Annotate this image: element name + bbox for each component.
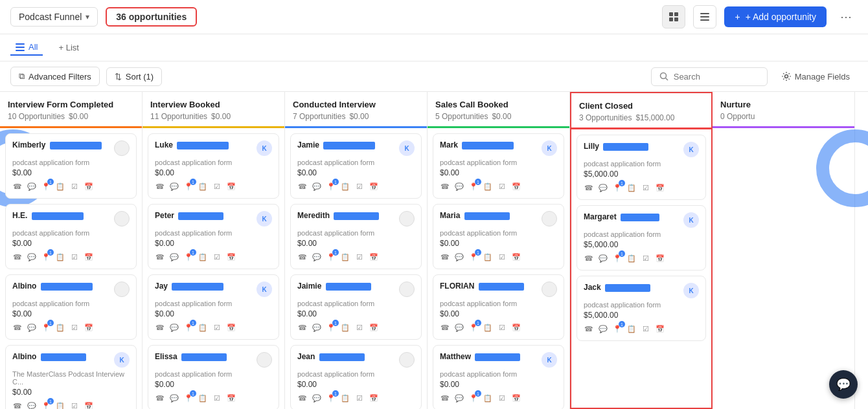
- card-action-icon-2[interactable]: 📍1: [326, 393, 336, 403]
- card-action-icon-1[interactable]: 💬: [598, 182, 608, 193]
- card-action-icon-1[interactable]: 💬: [312, 252, 322, 262]
- card-action-icon-1[interactable]: 💬: [169, 181, 179, 192]
- chat-button[interactable]: 💬: [829, 370, 858, 399]
- card-action-icon-4[interactable]: ☑: [354, 393, 365, 403]
- card-action-icon-3[interactable]: 📋: [483, 252, 493, 262]
- table-row[interactable]: FLORIAN podcast application form$0.00☎💬📍…: [433, 274, 564, 340]
- card-action-icon-5[interactable]: 📅: [511, 181, 521, 192]
- card-action-icon-4[interactable]: ☑: [212, 181, 222, 192]
- card-action-icon-0[interactable]: ☎: [440, 252, 450, 262]
- card-action-icon-4[interactable]: ☑: [354, 322, 365, 333]
- card-action-icon-1[interactable]: 💬: [169, 393, 179, 403]
- card-action-icon-4[interactable]: ☑: [497, 322, 507, 333]
- card-action-icon-4[interactable]: ☑: [641, 253, 651, 263]
- tab-add-list[interactable]: + List: [53, 40, 84, 55]
- card-action-icon-3[interactable]: 📋: [198, 393, 208, 403]
- card-action-icon-2[interactable]: 📍1: [41, 322, 51, 333]
- card-action-icon-4[interactable]: ☑: [69, 181, 80, 192]
- table-row[interactable]: Matthew Kpodcast application form$0.00☎💬…: [433, 345, 564, 409]
- card-action-icon-3[interactable]: 📋: [198, 181, 208, 192]
- list-view-button[interactable]: [693, 5, 716, 28]
- table-row[interactable]: Luke Kpodcast application form$0.00☎💬📍1📋…: [148, 133, 279, 199]
- card-action-icon-5[interactable]: 📅: [511, 322, 521, 333]
- card-action-icon-0[interactable]: ☎: [12, 401, 23, 409]
- card-action-icon-5[interactable]: 📅: [226, 322, 236, 333]
- card-action-icon-1[interactable]: 💬: [454, 252, 464, 262]
- card-action-icon-1[interactable]: 💬: [454, 322, 464, 333]
- card-action-icon-3[interactable]: 📋: [340, 181, 350, 192]
- card-action-icon-4[interactable]: ☑: [69, 401, 80, 409]
- card-action-icon-5[interactable]: 📅: [226, 393, 236, 403]
- table-row[interactable]: Albino KThe MasterClass Podcast Intervie…: [5, 345, 137, 409]
- card-action-icon-3[interactable]: 📋: [483, 322, 493, 333]
- search-box[interactable]: [651, 67, 768, 86]
- card-action-icon-0[interactable]: ☎: [12, 252, 23, 262]
- table-row[interactable]: Lilly Kpodcast application form$5,000.00…: [577, 135, 706, 200]
- advanced-filters-button[interactable]: ⧉ Advanced Filters: [10, 67, 100, 86]
- card-action-icon-5[interactable]: 📅: [226, 252, 236, 262]
- card-action-icon-2[interactable]: 📍1: [468, 252, 479, 262]
- table-row[interactable]: Elissa podcast application form$0.00☎💬📍1…: [148, 345, 279, 409]
- card-action-icon-5[interactable]: 📅: [369, 322, 379, 333]
- card-action-icon-3[interactable]: 📋: [55, 181, 65, 192]
- table-row[interactable]: Jaimie podcast application form$0.00☎💬📍1…: [290, 274, 422, 340]
- card-action-icon-0[interactable]: ☎: [584, 253, 594, 263]
- more-options-button[interactable]: ⋯: [834, 5, 858, 28]
- card-action-icon-1[interactable]: 💬: [27, 181, 37, 192]
- card-action-icon-2[interactable]: 📍1: [468, 322, 479, 333]
- card-action-icon-2[interactable]: 📍1: [326, 181, 336, 192]
- card-action-icon-3[interactable]: 📋: [483, 393, 493, 403]
- card-action-icon-5[interactable]: 📅: [84, 401, 94, 409]
- card-action-icon-0[interactable]: ☎: [440, 181, 450, 192]
- table-row[interactable]: H.E. podcast application form$0.00☎💬📍1📋☑…: [5, 204, 137, 269]
- table-row[interactable]: Margaret Kpodcast application form$5,000…: [577, 205, 706, 271]
- card-action-icon-2[interactable]: 📍1: [612, 182, 622, 193]
- card-action-icon-1[interactable]: 💬: [454, 181, 464, 192]
- card-action-icon-3[interactable]: 📋: [340, 393, 350, 403]
- card-action-icon-0[interactable]: ☎: [584, 182, 594, 193]
- funnel-selector[interactable]: Podcast Funnel ▾: [10, 7, 98, 27]
- card-action-icon-5[interactable]: 📅: [84, 181, 94, 192]
- card-action-icon-5[interactable]: 📅: [84, 322, 94, 333]
- card-action-icon-5[interactable]: 📅: [84, 252, 94, 262]
- card-action-icon-4[interactable]: ☑: [212, 322, 222, 333]
- card-action-icon-2[interactable]: 📍1: [183, 181, 194, 192]
- card-action-icon-2[interactable]: 📍1: [468, 393, 479, 403]
- card-action-icon-3[interactable]: 📋: [626, 182, 637, 193]
- card-action-icon-1[interactable]: 💬: [27, 401, 37, 409]
- table-row[interactable]: Meredith podcast application form$0.00☎💬…: [290, 204, 422, 269]
- card-action-icon-0[interactable]: ☎: [297, 252, 308, 262]
- card-action-icon-0[interactable]: ☎: [155, 181, 165, 192]
- card-action-icon-0[interactable]: ☎: [440, 322, 450, 333]
- card-action-icon-5[interactable]: 📅: [369, 252, 379, 262]
- card-action-icon-4[interactable]: ☑: [212, 393, 222, 403]
- card-action-icon-1[interactable]: 💬: [27, 252, 37, 262]
- card-action-icon-0[interactable]: ☎: [155, 322, 165, 333]
- card-action-icon-1[interactable]: 💬: [169, 252, 179, 262]
- table-row[interactable]: Jay Kpodcast application form$0.00☎💬📍1📋☑…: [148, 274, 279, 340]
- grid-view-button[interactable]: [662, 5, 685, 28]
- card-action-icon-5[interactable]: 📅: [511, 393, 521, 403]
- card-action-icon-4[interactable]: ☑: [641, 182, 651, 193]
- card-action-icon-1[interactable]: 💬: [312, 181, 322, 192]
- card-action-icon-1[interactable]: 💬: [598, 253, 608, 263]
- card-action-icon-5[interactable]: 📅: [655, 182, 665, 193]
- table-row[interactable]: Jack Kpodcast application form$5,000.00☎…: [577, 276, 706, 341]
- card-action-icon-3[interactable]: 📋: [198, 322, 208, 333]
- card-action-icon-2[interactable]: 📍1: [612, 253, 622, 263]
- card-action-icon-2[interactable]: 📍1: [183, 252, 194, 262]
- card-action-icon-1[interactable]: 💬: [169, 322, 179, 333]
- tab-all[interactable]: All: [10, 39, 43, 56]
- card-action-icon-0[interactable]: ☎: [297, 322, 308, 333]
- card-action-icon-3[interactable]: 📋: [55, 322, 65, 333]
- card-action-icon-2[interactable]: 📍1: [326, 252, 336, 262]
- card-action-icon-4[interactable]: ☑: [354, 252, 365, 262]
- card-action-icon-4[interactable]: ☑: [354, 181, 365, 192]
- card-action-icon-2[interactable]: 📍1: [183, 322, 194, 333]
- card-action-icon-3[interactable]: 📋: [55, 252, 65, 262]
- card-action-icon-4[interactable]: ☑: [212, 252, 222, 262]
- card-action-icon-5[interactable]: 📅: [226, 181, 236, 192]
- card-action-icon-2[interactable]: 📍1: [41, 252, 51, 262]
- table-row[interactable]: Kimberly podcast application form$0.00☎💬…: [5, 133, 137, 199]
- card-action-icon-0[interactable]: ☎: [12, 181, 23, 192]
